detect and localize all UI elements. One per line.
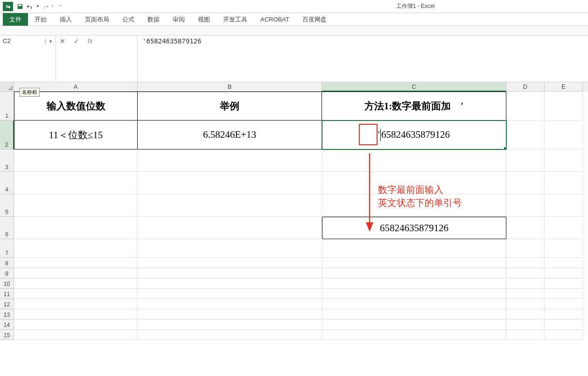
- cell-C11[interactable]: [322, 289, 506, 299]
- cell-A3[interactable]: [14, 149, 138, 172]
- cell-A7[interactable]: [14, 239, 138, 258]
- cell-E9[interactable]: [545, 268, 583, 278]
- cell-B4[interactable]: [138, 172, 322, 194]
- cell-B2[interactable]: 6.58246E+13: [138, 121, 322, 149]
- cell-E13[interactable]: [545, 309, 583, 319]
- row-header-5[interactable]: 5: [0, 194, 14, 217]
- col-header-E[interactable]: E: [545, 82, 583, 92]
- cell-D5[interactable]: [506, 194, 545, 217]
- cell-E3[interactable]: [545, 149, 583, 172]
- cell-C7[interactable]: [322, 239, 506, 258]
- qat-save-button[interactable]: [15, 1, 25, 12]
- fx-icon[interactable]: fx: [88, 37, 92, 44]
- ribbon-tab-file[interactable]: 文件: [3, 13, 28, 26]
- cell-E7[interactable]: [545, 239, 583, 258]
- confirm-edit-button[interactable]: ✓: [74, 37, 79, 45]
- cell-E12[interactable]: [545, 299, 583, 309]
- name-box-input[interactable]: [3, 37, 45, 44]
- cell-D10[interactable]: [506, 278, 545, 289]
- cell-E5[interactable]: [545, 194, 583, 217]
- cell-D14[interactable]: [506, 319, 545, 330]
- cell-E6[interactable]: [545, 217, 583, 239]
- cell-A13[interactable]: [14, 309, 138, 319]
- cell-C6[interactable]: 65824635879126: [322, 217, 506, 239]
- row-header-10[interactable]: 10: [0, 278, 14, 289]
- cell-A12[interactable]: [14, 299, 138, 309]
- cell-D7[interactable]: [506, 239, 545, 258]
- cell-A2[interactable]: 11＜位数≤15: [14, 121, 138, 149]
- cell-B13[interactable]: [138, 309, 322, 319]
- cell-D8[interactable]: [506, 258, 545, 268]
- row-header-3[interactable]: 3: [0, 149, 14, 172]
- qat-undo-button[interactable]: [25, 1, 35, 12]
- qat-undo-dropdown[interactable]: ▼: [35, 1, 40, 12]
- cell-D6[interactable]: [506, 217, 545, 239]
- cell-E4[interactable]: [545, 172, 583, 194]
- col-header-D[interactable]: D: [506, 82, 545, 92]
- formula-input[interactable]: '65824635879126: [138, 35, 588, 82]
- cell-D12[interactable]: [506, 299, 545, 309]
- cell-B1[interactable]: 举例: [138, 92, 322, 121]
- row-header-13[interactable]: 13: [0, 309, 14, 319]
- ribbon-tab-view[interactable]: 视图: [191, 13, 217, 26]
- name-box[interactable]: ⁞ ▼: [0, 35, 56, 82]
- cell-C12[interactable]: [322, 299, 506, 309]
- cell-B14[interactable]: [138, 319, 322, 330]
- cell-A14[interactable]: [14, 319, 138, 330]
- cell-E10[interactable]: [545, 278, 583, 289]
- cell-B7[interactable]: [138, 239, 322, 258]
- row-header-6[interactable]: 6: [0, 217, 14, 239]
- qat-redo-dropdown[interactable]: ▼: [50, 1, 55, 12]
- ribbon-tab-home[interactable]: 开始: [28, 13, 53, 26]
- cell-B12[interactable]: [138, 299, 322, 309]
- cell-E15[interactable]: [545, 330, 583, 340]
- cell-B11[interactable]: [138, 289, 322, 299]
- qat-redo-button[interactable]: [40, 1, 50, 12]
- cell-D4[interactable]: [506, 172, 545, 194]
- cell-D13[interactable]: [506, 309, 545, 319]
- cell-D9[interactable]: [506, 268, 545, 278]
- ribbon-tab-developer[interactable]: 开发工具: [217, 13, 254, 26]
- cell-A5[interactable]: [14, 194, 138, 217]
- cell-A15[interactable]: [14, 330, 138, 340]
- row-header-2[interactable]: 2: [0, 121, 14, 149]
- row-header-1[interactable]: 1: [0, 92, 14, 121]
- cell-B8[interactable]: [138, 258, 322, 268]
- row-header-14[interactable]: 14: [0, 319, 14, 330]
- ribbon-tab-acrobat[interactable]: ACROBAT: [254, 13, 296, 26]
- row-header-4[interactable]: 4: [0, 172, 14, 194]
- cell-D15[interactable]: [506, 330, 545, 340]
- ribbon-tab-layout[interactable]: 页面布局: [78, 13, 116, 26]
- row-header-15[interactable]: 15: [0, 330, 14, 340]
- cell-B3[interactable]: [138, 149, 322, 172]
- row-header-12[interactable]: 12: [0, 299, 14, 309]
- cell-B6[interactable]: [138, 217, 322, 239]
- cell-E8[interactable]: [545, 258, 583, 268]
- cell-C14[interactable]: [322, 319, 506, 330]
- cell-C9[interactable]: [322, 268, 506, 278]
- row-header-9[interactable]: 9: [0, 268, 14, 278]
- cell-C13[interactable]: [322, 309, 506, 319]
- cancel-edit-button[interactable]: ✕: [60, 37, 65, 45]
- ribbon-tab-formulas[interactable]: 公式: [116, 13, 141, 26]
- col-header-C[interactable]: C: [322, 82, 506, 92]
- cell-C10[interactable]: [322, 278, 506, 289]
- ribbon-tab-insert[interactable]: 插入: [53, 13, 78, 26]
- cell-E11[interactable]: [545, 289, 583, 299]
- cell-C2[interactable]: '65824635879126: [322, 121, 506, 149]
- qat-customize-dropdown[interactable]: ⁼: [55, 1, 65, 12]
- cell-E14[interactable]: [545, 319, 583, 330]
- cell-B10[interactable]: [138, 278, 322, 289]
- cell-D1[interactable]: [506, 92, 545, 121]
- cell-D2[interactable]: [506, 121, 545, 149]
- row-header-7[interactable]: 7: [0, 239, 14, 258]
- cell-B9[interactable]: [138, 268, 322, 278]
- cell-A4[interactable]: [14, 172, 138, 194]
- name-box-dropdown-icon[interactable]: ▼: [49, 39, 53, 44]
- row-header-11[interactable]: 11: [0, 289, 14, 299]
- cell-A6[interactable]: [14, 217, 138, 239]
- cell-A10[interactable]: [14, 278, 138, 289]
- name-box-history-icon[interactable]: ⁞: [44, 38, 46, 45]
- cell-C1[interactable]: 方法1:数字最前面加 ': [322, 92, 506, 121]
- cell-D3[interactable]: [506, 149, 545, 172]
